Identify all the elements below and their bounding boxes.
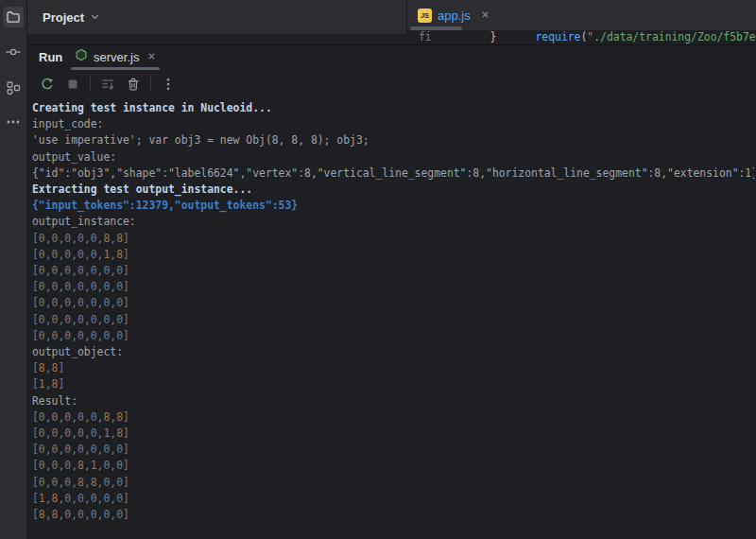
console-line: Extracting test output_instance...	[32, 182, 754, 198]
project-selector[interactable]: Project	[37, 0, 106, 34]
console-line: [0,0,0,0,0,0,0]	[32, 328, 754, 344]
console-line: [8,8,0,0,0,0,0]	[32, 507, 754, 523]
clear-all-icon[interactable]	[125, 76, 142, 93]
console-line: [0,0,0,0,0,0,0]	[32, 279, 754, 295]
toolbar-separator	[90, 77, 91, 92]
console-output[interactable]: Creating test instance in Nucleoid...inp…	[32, 96, 754, 539]
tab-server-js-label: server.js	[94, 50, 139, 64]
console-line: [0,0,0,0,0,0,0]	[32, 295, 754, 311]
code-fragment: fi	[419, 30, 432, 43]
console-line: [0,0,0,8,8,0,0]	[32, 475, 754, 491]
scroll-to-end-icon[interactable]	[99, 76, 116, 93]
console-line: [1,8,0,0,0,0,0]	[32, 491, 754, 507]
console-line: Result:	[32, 393, 754, 409]
console-line: [8,8]	[32, 360, 754, 376]
console-line: output_instance:	[32, 214, 754, 230]
project-folder-icon[interactable]	[3, 7, 24, 27]
editor-tab-bar: JS app.js	[406, 0, 756, 30]
structure-icon[interactable]	[3, 78, 24, 98]
ide-window: Project JS app.js fi } require("./data/t…	[0, 0, 756, 539]
run-tool-window: Run server.js	[27, 44, 756, 539]
active-tab-underline	[71, 67, 160, 70]
chevron-down-icon	[90, 9, 100, 26]
close-icon[interactable]	[146, 48, 157, 65]
console-line: input_code:	[32, 116, 754, 132]
code-fragment	[496, 30, 535, 43]
nodejs-icon	[75, 48, 88, 65]
stop-icon[interactable]	[64, 76, 81, 93]
console-line: [0,0,0,0,0,1,8]	[32, 247, 754, 263]
project-selector-label: Project	[43, 10, 84, 25]
console-line: [0,0,0,0,0,0,0]	[32, 442, 754, 458]
console-line: [0,0,0,0,0,0,0]	[32, 263, 754, 279]
console-line: {"input_tokens":12379,"output_tokens":53…	[32, 198, 754, 214]
console-line: [0,0,0,8,1,0,0]	[32, 458, 754, 474]
run-tool-window-title: Run	[39, 50, 62, 64]
console-line: [0,0,0,0,0,8,8]	[32, 231, 754, 247]
console-line: {"id":"obj3","shape":"label6624","vertex…	[32, 165, 754, 182]
editor-area[interactable]: fi } require("./data/training/Zoo/f5b7e.…	[406, 30, 756, 44]
close-icon[interactable]	[480, 7, 490, 24]
console-line: Creating test instance in Nucleoid...	[32, 100, 754, 116]
activity-bar	[0, 0, 27, 539]
rerun-icon[interactable]	[39, 76, 56, 93]
code-fragment	[432, 30, 490, 43]
code-fragment: "./data/training/Zoo/f5b7e.json"	[587, 30, 756, 43]
console-line: 'use imperative'; var obj3 = new Obj(8, …	[32, 132, 754, 148]
commit-icon[interactable]	[3, 42, 24, 62]
console-line: [1,8]	[32, 376, 754, 392]
js-file-icon: JS	[418, 9, 432, 23]
code-line: fi } require("./data/training/Zoo/f5b7e.…	[406, 30, 756, 43]
console-line: [0,0,0,0,0,0,0]	[32, 312, 754, 328]
console-line: [0,0,0,0,0,8,8]	[32, 409, 754, 426]
code-fragment: require	[535, 30, 580, 43]
run-toolbar	[39, 72, 177, 96]
more-tool-windows-icon[interactable]	[3, 112, 24, 132]
toolbar-separator	[150, 77, 151, 92]
tab-app-js-label: app.js	[438, 9, 471, 23]
more-actions-icon[interactable]	[160, 76, 177, 93]
console-line: output_object:	[32, 344, 754, 360]
console-line: output_value:	[32, 149, 754, 165]
tab-server-js[interactable]: server.js	[71, 45, 161, 68]
console-line: [0,0,0,0,0,1,8]	[32, 426, 754, 442]
main-toolbar: Project	[27, 0, 406, 34]
